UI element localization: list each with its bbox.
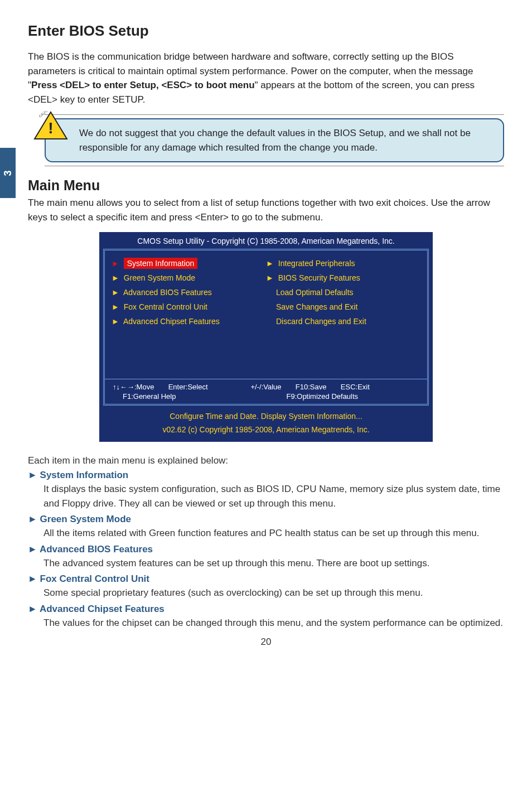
caution-icon: ! CAUTION [33, 111, 68, 141]
bios-item: ► Green System Mode [112, 271, 266, 285]
bios-right-column: ► Integrated Peripherals ► BIOS Security… [266, 256, 420, 368]
bios-item: ► Advanced Chipset Features [112, 314, 266, 329]
caution-callout: ! CAUTION We do not suggest that you cha… [28, 114, 504, 166]
bios-screenshot: CMOS Setup Utility - Copyright (C) 1985-… [99, 232, 433, 442]
bios-item-selected: ► System Information [112, 256, 266, 271]
subsection-title: Main Menu [28, 177, 504, 194]
feature-body: Some special proprietary features (such … [43, 586, 504, 600]
bios-nav-help: ↑↓←→:Move Enter:Select F1:General Help +… [105, 379, 427, 404]
feature-body: All the items related with Green functio… [43, 526, 504, 541]
svg-text:!: ! [48, 119, 53, 137]
nav-help: F1:General Help [123, 392, 176, 401]
feature-title: ► Green System Mode [28, 514, 504, 525]
intro-paragraph: The BIOS is the communication bridge bet… [28, 50, 504, 107]
bios-footer-line1: Configure Time and Date. Display System … [101, 412, 431, 421]
feature-title: ► Advanced Chipset Features [28, 604, 504, 615]
nav-select: Enter:Select [168, 383, 208, 391]
bios-item: ► BIOS Security Features [266, 271, 420, 285]
page-title: Enter BIOS Setup [28, 22, 504, 40]
bios-footer: Configure Time and Date. Display System … [101, 407, 431, 440]
bios-left-column: ► System Information ► Green System Mode… [112, 256, 266, 368]
feature-title: ► Fox Central Control Unit [28, 573, 504, 585]
feature-body: The advanced system features can be set … [43, 556, 504, 571]
bios-item: Load Optimal Defaults [266, 285, 420, 300]
feature-body: The values for the chipset can be change… [43, 616, 504, 630]
feature-list: ► System Information It displays the bas… [28, 470, 504, 630]
feature-body: It displays the basic system configurati… [43, 482, 504, 510]
bios-item: ► Integrated Peripherals [266, 256, 420, 271]
nav-save: F10:Save [296, 383, 327, 391]
caution-text: We do not suggest that you change the de… [45, 118, 504, 162]
page-number: 20 [28, 637, 504, 648]
side-tab-label: 3 [2, 170, 13, 176]
nav-move: ↑↓←→:Move [113, 383, 154, 391]
feature-title: ► Advanced BIOS Features [28, 544, 504, 555]
bios-item: ► Advanced BIOS Features [112, 285, 266, 300]
nav-value: +/-/:Value [251, 383, 282, 391]
side-tab: 3 [0, 148, 16, 198]
intro-text-bold: Press <DEL> to enter Setup, <ESC> to boo… [31, 80, 255, 90]
bios-item: Save Changes and Exit [266, 300, 420, 314]
bios-footer-line2: v02.62 (c) Copyright 1985-2008, American… [101, 425, 431, 434]
main-menu-description: The main menu allows you to select from … [28, 196, 504, 224]
nav-exit: ESC:Exit [341, 383, 370, 391]
feature-title: ► System Information [28, 470, 504, 481]
bios-item: ► Fox Central Control Unit [112, 300, 266, 314]
bios-title: CMOS Setup Utility - Copyright (C) 1985-… [101, 234, 431, 249]
nav-defaults: F9:Optimized Defaults [287, 392, 359, 401]
bios-item: Discard Changes and Exit [266, 314, 420, 329]
explain-heading: Each item in the main menu is explained … [28, 455, 504, 466]
